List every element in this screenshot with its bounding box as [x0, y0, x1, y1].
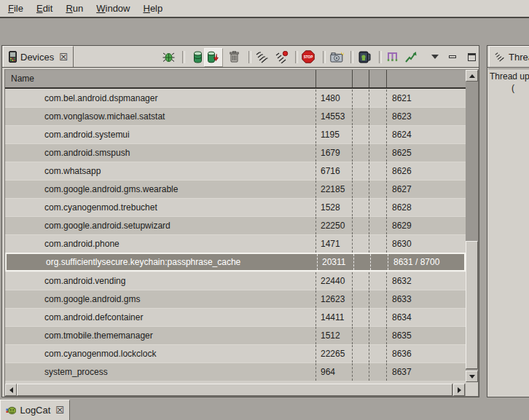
horizontal-scroll-thumb[interactable] — [17, 384, 452, 396]
cause-gc-button[interactable] — [227, 49, 241, 64]
scroll-right-button[interactable] — [453, 384, 465, 396]
port-cell: 8621 — [386, 90, 466, 107]
empty-cell — [352, 345, 369, 362]
horizontal-scrollbar[interactable] — [5, 384, 466, 396]
table-row[interactable]: org.sufficientlysecure.keychain:passphra… — [5, 253, 466, 272]
toolbar-separator — [182, 51, 185, 63]
port-cell: 8627 — [386, 181, 466, 198]
debug-bug-icon — [162, 51, 175, 63]
table-row[interactable]: com.android.defcontainer 14411 8634 — [5, 308, 466, 326]
column-header-e1[interactable] — [352, 70, 369, 87]
dump-hprof-icon — [207, 51, 220, 64]
bottom-view-strip: LogCat ☒ — [0, 397, 529, 420]
threads-tab-icon — [495, 52, 505, 62]
tab-threads[interactable]: Threads — [489, 46, 529, 67]
table-row[interactable]: com.tmobile.thememanager 1512 8635 — [5, 326, 466, 344]
dump-hprof-button[interactable] — [204, 48, 223, 67]
empty-cell — [369, 108, 386, 125]
maximize-button[interactable] — [464, 49, 479, 64]
table-row[interactable]: com.whatsapp 6716 8626 — [5, 162, 466, 180]
menu-run[interactable]: Run — [59, 1, 90, 15]
start-opengl-trace-button[interactable] — [404, 49, 418, 64]
column-header-pid[interactable] — [316, 70, 352, 87]
screen-capture-button[interactable] — [329, 49, 344, 64]
method-profiling-icon — [275, 51, 289, 63]
empty-cell — [369, 272, 386, 290]
tab-devices[interactable]: Devices ☒ — [3, 46, 74, 67]
table-row[interactable]: com.cyanogenmod.lockclock 22265 8636 — [5, 344, 466, 362]
process-name-cell: com.whatsapp — [5, 162, 316, 180]
process-name-cell: com.google.android.gms — [5, 290, 316, 308]
tab-logcat[interactable]: LogCat ☒ — [0, 400, 70, 420]
tab-devices-close-icon[interactable]: ☒ — [59, 52, 68, 63]
camera-icon — [330, 52, 344, 63]
process-name-cell: com.android.defcontainer — [5, 309, 316, 326]
port-cell: 8626 — [386, 162, 466, 180]
column-header-name[interactable]: Name — [5, 70, 316, 87]
tab-logcat-close-icon[interactable]: ☒ — [55, 405, 64, 416]
screen-record-icon — [358, 51, 371, 63]
table-header: Name — [5, 70, 466, 89]
stop-icon: STOP — [302, 50, 315, 63]
update-threads-button[interactable] — [254, 49, 269, 64]
threads-content: Thread up ( — [488, 68, 529, 396]
stop-process-button[interactable]: STOP — [301, 49, 316, 64]
process-name-cell: com.tmobile.thememanager — [5, 327, 316, 344]
heap-icon — [193, 51, 203, 63]
minimize-button[interactable] — [445, 49, 460, 64]
menu-edit[interactable]: Edit — [30, 1, 59, 15]
port-cell: 8637 — [386, 363, 466, 381]
screen-record-button[interactable] — [357, 49, 372, 64]
minimize-icon — [449, 55, 456, 58]
empty-cell — [369, 162, 386, 180]
pid-cell: 1195 — [316, 126, 352, 143]
empty-cell — [352, 162, 369, 180]
pid-cell: 12623 — [316, 290, 352, 308]
vertical-scrollbar[interactable] — [466, 70, 478, 382]
tab-threads-label: Threads — [509, 52, 529, 63]
empty-cell — [369, 199, 386, 216]
menu-help[interactable]: Help — [136, 1, 169, 15]
table-row[interactable]: com.cyanogenmod.trebuchet 1528 8628 — [5, 198, 466, 216]
table-row[interactable]: com.google.android.gms.wearable 22185 86… — [5, 180, 466, 198]
port-cell: 8628 — [386, 199, 466, 216]
menu-bar: File Edit Run Window Help — [0, 0, 529, 18]
start-method-profiling-button[interactable] — [275, 49, 289, 64]
view-menu-button[interactable] — [428, 49, 442, 64]
debug-selected-process-button[interactable] — [161, 49, 176, 64]
scroll-left-button[interactable] — [5, 384, 17, 396]
table-row[interactable]: com.bel.android.dspmanager 1480 8621 — [5, 89, 466, 107]
table-row[interactable]: com.google.android.gms 12623 8633 — [5, 290, 466, 308]
table-row[interactable]: com.android.phone 1471 8630 — [5, 234, 466, 253]
update-heap-button[interactable] — [190, 49, 205, 64]
column-header-port[interactable] — [386, 70, 466, 87]
empty-cell — [352, 90, 369, 107]
table-row[interactable]: com.vonglasow.michael.satstat 14553 8623 — [5, 107, 466, 125]
vertical-scroll-thumb[interactable] — [466, 241, 478, 369]
port-cell: 8634 — [386, 309, 466, 326]
pid-cell: 20311 — [317, 254, 353, 270]
column-header-e2[interactable] — [369, 70, 386, 87]
pid-cell: 1679 — [316, 144, 352, 162]
scroll-down-button[interactable] — [466, 371, 478, 382]
threads-tabrow: Threads — [487, 46, 529, 68]
empty-cell — [369, 290, 386, 308]
empty-cell — [369, 235, 386, 253]
pid-cell: 22250 — [316, 217, 352, 234]
empty-cell — [369, 90, 386, 107]
scroll-up-button[interactable] — [466, 70, 478, 82]
empty-cell — [369, 144, 386, 162]
port-cell: 8632 — [386, 272, 466, 290]
menu-window[interactable]: Window — [90, 1, 136, 15]
threads-message-line2: ( — [488, 82, 529, 94]
process-name-cell: com.bel.android.dspmanager — [5, 90, 316, 107]
process-name-cell: com.android.systemui — [5, 126, 316, 143]
opengl-trace-icon — [405, 51, 417, 63]
table-row[interactable]: system_process 964 8637 — [5, 362, 466, 381]
menu-file[interactable]: File — [1, 1, 30, 15]
table-row[interactable]: com.google.android.setupwizard 22250 862… — [5, 216, 466, 234]
table-row[interactable]: com.android.smspush 1679 8625 — [5, 143, 466, 162]
table-row[interactable]: com.android.vending 22440 8632 — [5, 272, 466, 290]
table-row[interactable]: com.android.systemui 1195 8624 — [5, 125, 466, 143]
capture-ui-hierarchy-button[interactable] — [385, 49, 399, 64]
